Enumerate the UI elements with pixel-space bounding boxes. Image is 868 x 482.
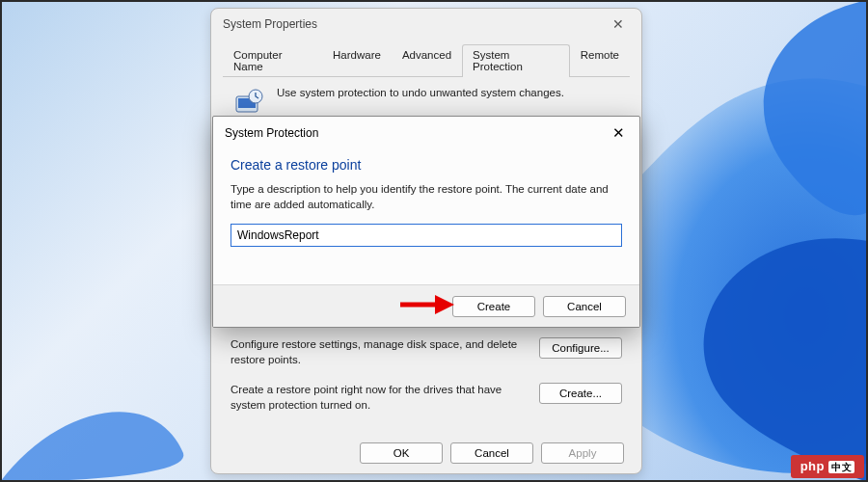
tab-system-protection[interactable]: System Protection <box>462 44 570 77</box>
configure-text: Configure restore settings, manage disk … <box>231 337 529 367</box>
tab-remote[interactable]: Remote <box>570 44 630 77</box>
configure-button[interactable]: Configure... <box>539 337 622 359</box>
description-text: Use system protection to undo unwanted s… <box>277 87 564 98</box>
watermark-cn: 中文 <box>828 461 854 473</box>
configure-row: Configure restore settings, manage disk … <box>211 332 641 377</box>
create-restore-point-button[interactable]: Create... <box>539 383 622 404</box>
window-title: System Properties <box>223 17 605 31</box>
ok-button[interactable]: OK <box>360 442 443 464</box>
cancel-button[interactable]: Cancel <box>450 442 533 464</box>
tab-strip: Computer Name Hardware Advanced System P… <box>223 43 630 77</box>
dialog-title: System Protection <box>225 126 605 140</box>
system-protection-icon <box>232 87 265 120</box>
titlebar: System Properties ✕ <box>211 9 641 40</box>
create-row: Create a restore point right now for the… <box>211 377 641 422</box>
tab-computer-name[interactable]: Computer Name <box>223 44 322 77</box>
system-protection-dialog: System Protection ✕ Create a restore poi… <box>212 116 640 328</box>
apply-button[interactable]: Apply <box>541 442 624 464</box>
dialog-titlebar: System Protection ✕ <box>213 117 639 147</box>
restore-point-name-input[interactable] <box>231 224 622 247</box>
dialog-instruction: Type a description to help you identify … <box>231 182 622 224</box>
close-icon[interactable]: ✕ <box>605 122 632 144</box>
cancel-button[interactable]: Cancel <box>543 296 626 317</box>
create-text: Create a restore point right now for the… <box>231 383 529 413</box>
tab-hardware[interactable]: Hardware <box>322 44 392 77</box>
dialog-body: Create a restore point Type a descriptio… <box>213 147 639 247</box>
watermark-text: php <box>800 459 825 473</box>
tab-advanced[interactable]: Advanced <box>392 44 462 77</box>
dialog-heading: Create a restore point <box>231 151 622 182</box>
close-icon[interactable]: ✕ <box>605 13 632 35</box>
dialog-buttons: OK Cancel Apply <box>360 442 624 464</box>
create-button[interactable]: Create <box>452 296 535 317</box>
watermark: php中文 <box>791 455 864 478</box>
dialog-footer: Create Cancel <box>213 284 639 327</box>
